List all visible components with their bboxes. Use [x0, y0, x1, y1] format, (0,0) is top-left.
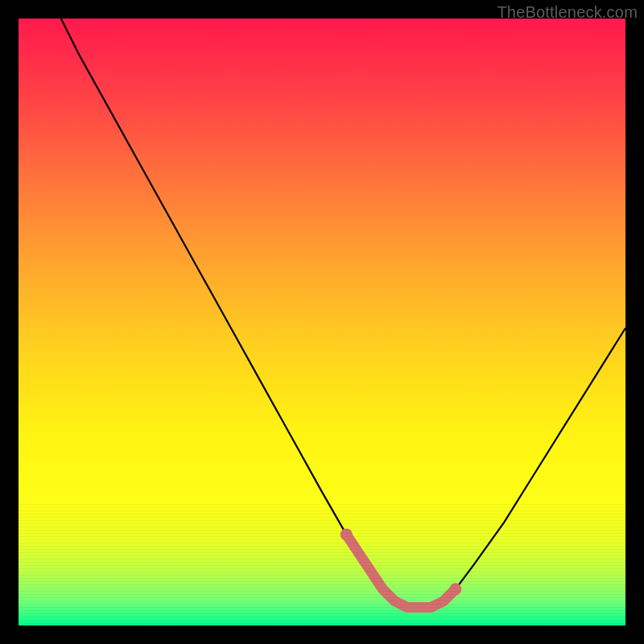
gradient-band — [19, 523, 625, 524]
gradient-band — [19, 584, 625, 585]
gradient-band — [19, 607, 625, 608]
gradient-band — [19, 520, 625, 521]
gradient-band — [19, 572, 625, 572]
gradient-band — [19, 559, 625, 559]
gradient-band — [19, 591, 625, 592]
gradient-band — [19, 546, 625, 547]
gradient-band — [19, 543, 625, 543]
gradient-band — [19, 562, 625, 563]
curve-layer — [19, 19, 625, 625]
gradient-band — [19, 578, 625, 579]
gradient-band — [19, 507, 625, 508]
gradient-band — [19, 539, 625, 540]
gradient-band — [19, 555, 625, 556]
gradient-band — [19, 594, 625, 595]
gradient-band — [19, 568, 625, 569]
gradient-band — [19, 610, 625, 611]
gradient-band — [19, 510, 625, 511]
gradient-band — [19, 617, 625, 617]
gradient-band — [19, 623, 625, 624]
gradient-band — [19, 597, 625, 598]
gradient-band — [19, 552, 625, 553]
gradient-band — [19, 549, 625, 550]
gradient-band — [19, 533, 625, 534]
watermark-text: TheBottleneck.com — [497, 3, 638, 22]
gradient-band — [19, 526, 625, 527]
gradient-band — [19, 620, 625, 621]
gradient-band — [19, 565, 625, 566]
gradient-band — [19, 530, 625, 530]
gradient-band — [19, 581, 625, 582]
gradient-band — [19, 588, 625, 588]
gradient-band — [19, 514, 625, 514]
gradient-band — [19, 517, 625, 518]
gradient-band — [19, 601, 625, 601]
gradient-band — [19, 504, 625, 505]
gradient-band — [19, 604, 625, 605]
gradient-band — [19, 575, 625, 576]
bottleneck-curve — [61, 19, 625, 607]
chart-stage: TheBottleneck.com — [0, 0, 644, 644]
plot-area — [19, 19, 625, 625]
gradient-band — [19, 613, 625, 614]
gradient-band — [19, 536, 625, 537]
